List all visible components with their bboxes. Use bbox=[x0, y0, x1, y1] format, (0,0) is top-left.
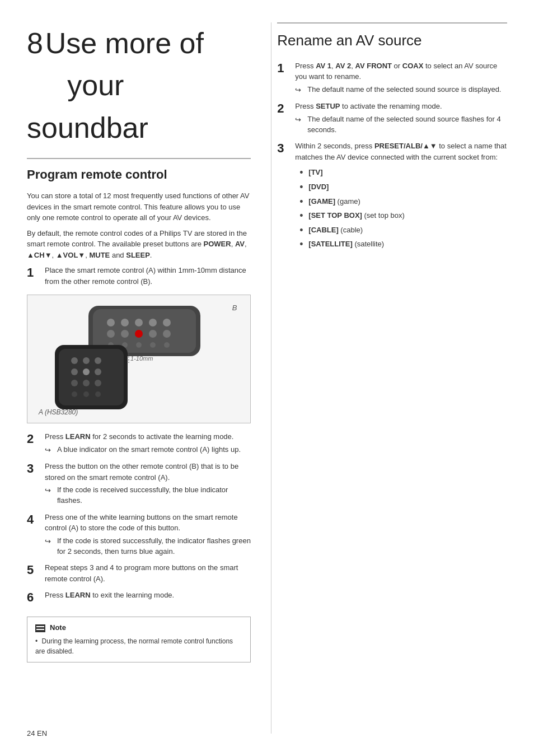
svg-point-10 bbox=[149, 330, 157, 338]
svg-point-23 bbox=[83, 368, 90, 375]
remote-image: B A (HSB3280) bbox=[27, 295, 251, 423]
right-step-1-arrow: ↪ The default name of the selected sound… bbox=[295, 85, 507, 96]
step-3-arrow: ↪ If the code is received successfully, … bbox=[45, 485, 251, 506]
right-step-2-arrow: ↪ The default name of the selected sound… bbox=[295, 114, 507, 136]
intro-text-2: By default, the remote control codes of … bbox=[27, 228, 251, 261]
right-step-2: 2 Press SETUP to activate the renaming m… bbox=[277, 101, 507, 135]
svg-point-25 bbox=[71, 380, 78, 386]
list-item-game: • [GAME] (game) bbox=[299, 196, 507, 208]
chapter-title: 8 Use more of your soundbar bbox=[27, 22, 251, 149]
list-item-dvd: • [DVD] bbox=[299, 181, 507, 194]
list-item-tv: • [TV] bbox=[299, 167, 507, 179]
right-step-3: 3 Within 2 seconds, press PRESET/ALB/▲▼ … bbox=[277, 141, 507, 253]
svg-point-6 bbox=[163, 319, 171, 326]
svg-point-8 bbox=[121, 330, 129, 338]
step-4-arrow: ↪ If the code is stored successfully, th… bbox=[45, 536, 251, 557]
svg-point-5 bbox=[149, 319, 157, 326]
svg-point-19 bbox=[71, 357, 78, 364]
intro-text-1: You can store a total of 12 most frequen… bbox=[27, 190, 251, 223]
step-6: 6 Press LEARN to exit the learning mode. bbox=[27, 590, 251, 606]
right-column: Rename an AV source 1 Press AV 1, AV 2, … bbox=[271, 22, 507, 734]
note-box: Note • During the learning process, the … bbox=[27, 617, 251, 662]
svg-point-30 bbox=[95, 391, 101, 397]
svg-point-22 bbox=[71, 368, 78, 375]
svg-point-14 bbox=[136, 342, 142, 348]
svg-point-9 bbox=[135, 330, 143, 338]
step-2-arrow: ↪ A blue indicator on the smart remote c… bbox=[45, 445, 251, 456]
section-divider-right bbox=[277, 22, 507, 24]
svg-point-26 bbox=[83, 380, 90, 386]
step-2: 2 Press LEARN for 2 seconds to activate … bbox=[27, 431, 251, 455]
svg-point-7 bbox=[107, 330, 115, 338]
note-icon bbox=[35, 624, 45, 632]
svg-point-28 bbox=[72, 391, 77, 397]
svg-rect-18 bbox=[59, 349, 124, 405]
svg-point-24 bbox=[95, 368, 101, 375]
section-divider-left bbox=[27, 158, 251, 159]
svg-point-15 bbox=[150, 342, 156, 348]
step-1-text: Place the smart remote control (A) withi… bbox=[45, 266, 246, 286]
svg-point-20 bbox=[83, 357, 90, 364]
svg-text:1-10mm: 1-10mm bbox=[130, 355, 153, 362]
svg-point-29 bbox=[83, 391, 89, 397]
remote-illustration: 1-10mm bbox=[44, 300, 234, 418]
av-source-list: • [TV] • [DVD] • [GAME] (game) • [SET TO… bbox=[299, 167, 507, 251]
page-footer: 24 EN bbox=[27, 729, 47, 739]
svg-point-16 bbox=[164, 342, 170, 348]
section-title-program: Program remote control bbox=[27, 166, 251, 184]
step-4: 4 Press one of the white learning button… bbox=[27, 512, 251, 557]
list-item-cable: • [CABLE] (cable) bbox=[299, 225, 507, 237]
svg-point-27 bbox=[95, 380, 101, 386]
svg-point-2 bbox=[107, 319, 115, 326]
step-1: 1 Place the smart remote control (A) wit… bbox=[27, 265, 251, 287]
list-item-settopbox: • [SET TOP BOX] (set top box) bbox=[299, 210, 507, 222]
image-label-a: A (HSB3280) bbox=[39, 408, 78, 417]
svg-point-3 bbox=[121, 319, 129, 326]
step-5: 5 Repeat steps 3 and 4 to program more b… bbox=[27, 562, 251, 584]
svg-point-11 bbox=[163, 330, 171, 338]
svg-point-21 bbox=[95, 357, 101, 364]
svg-point-4 bbox=[135, 319, 143, 326]
step-3: 3 Press the button on the other remote c… bbox=[27, 461, 251, 506]
section-title-rename: Rename an AV source bbox=[277, 30, 507, 52]
image-label-b: B bbox=[232, 303, 237, 314]
note-text: • During the learning process, the norma… bbox=[35, 637, 242, 656]
right-step-1: 1 Press AV 1, AV 2, AV FRONT or COAX to … bbox=[277, 60, 507, 96]
left-column: 8 Use more of your soundbar Program remo… bbox=[27, 22, 271, 734]
note-label: Note bbox=[50, 623, 66, 633]
list-item-satellite: • [SATELLITE] (satellite) bbox=[299, 239, 507, 251]
